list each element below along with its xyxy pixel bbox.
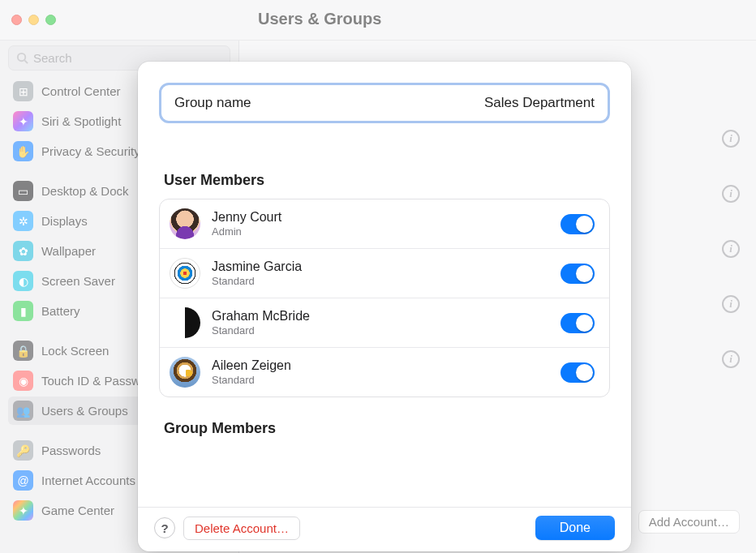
- member-role: Standard: [212, 275, 549, 287]
- group-name-label: Group name: [174, 95, 251, 111]
- group-name-input[interactable]: [363, 95, 595, 111]
- done-button[interactable]: Done: [535, 516, 615, 540]
- member-row: Jasmine GarciaStandard: [160, 248, 609, 298]
- member-toggle[interactable]: [561, 362, 595, 383]
- member-row: Graham McBrideStandard: [160, 298, 609, 347]
- member-toggle[interactable]: [561, 264, 595, 284]
- group-name-field[interactable]: Group name: [159, 83, 610, 123]
- delete-account-button[interactable]: Delete Account…: [183, 517, 300, 540]
- member-role: Admin: [212, 225, 549, 238]
- avatar: [170, 258, 200, 289]
- member-role: Standard: [212, 324, 549, 337]
- member-name: Graham McBride: [212, 309, 549, 324]
- avatar: [170, 357, 200, 388]
- help-button[interactable]: ?: [154, 517, 175, 538]
- member-toggle[interactable]: [561, 313, 595, 333]
- member-name: Aileen Zeigen: [212, 358, 549, 373]
- avatar: [170, 208, 200, 239]
- member-role: Standard: [212, 374, 549, 386]
- avatar: [170, 307, 200, 338]
- sheet-footer: ? Delete Account… Done: [138, 507, 631, 551]
- member-row: Aileen ZeigenStandard: [160, 347, 609, 397]
- group-members-heading: Group Members: [164, 420, 610, 437]
- group-edit-sheet: Group name User Members Jenny CourtAdmin…: [138, 62, 631, 551]
- member-name: Jasmine Garcia: [212, 259, 549, 274]
- member-name: Jenny Court: [212, 210, 549, 225]
- user-members-list: Jenny CourtAdminJasmine GarciaStandardGr…: [159, 199, 610, 397]
- member-toggle[interactable]: [561, 214, 595, 234]
- user-members-heading: User Members: [164, 172, 610, 189]
- member-row: Jenny CourtAdmin: [160, 199, 609, 248]
